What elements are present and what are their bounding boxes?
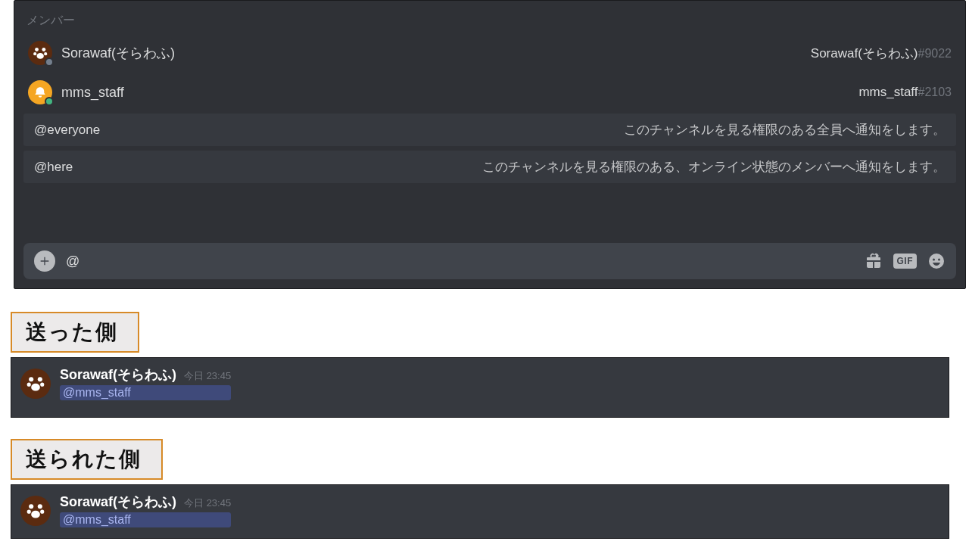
- svg-point-9: [38, 377, 42, 381]
- svg-point-5: [929, 254, 944, 269]
- message-input[interactable]: @: [66, 254, 854, 269]
- svg-point-3: [44, 52, 47, 55]
- section-header: メンバー: [14, 1, 965, 35]
- mention-here[interactable]: @here このチャンネルを見る権限のある、オンライン状態のメンバーへ通知をしま…: [23, 151, 956, 183]
- status-indicator: [45, 58, 54, 67]
- svg-point-15: [27, 510, 31, 514]
- member-tag: Sorawaf(そらわふ): [811, 45, 918, 62]
- gif-label: GIF: [893, 254, 918, 269]
- annotation-sent-side: 送った側: [11, 312, 139, 353]
- message-block: Sorawaf(そらわふ) 今日 23:45 @mms_staff: [11, 357, 949, 418]
- svg-point-13: [29, 504, 33, 509]
- message-author[interactable]: Sorawaf(そらわふ): [60, 366, 176, 384]
- add-attachment-button[interactable]: [34, 250, 55, 272]
- message-composer: @ GIF: [23, 243, 956, 279]
- paw-icon: [20, 496, 51, 526]
- svg-point-10: [27, 383, 31, 387]
- emoji-icon[interactable]: [927, 252, 946, 270]
- svg-point-0: [35, 48, 39, 51]
- member-name: mms_staff: [61, 85, 124, 101]
- svg-point-8: [29, 377, 33, 381]
- paw-icon: [20, 369, 51, 399]
- svg-point-4: [36, 53, 43, 59]
- member-row[interactable]: mms_staff mms_staff #2103: [20, 74, 959, 110]
- svg-point-1: [42, 48, 45, 51]
- svg-point-11: [40, 383, 44, 387]
- svg-point-16: [40, 510, 44, 514]
- mention-link[interactable]: @mms_staff: [60, 512, 231, 527]
- svg-point-17: [31, 511, 40, 518]
- member-discriminator: #9022: [918, 47, 952, 61]
- gift-icon[interactable]: [865, 252, 883, 270]
- mention-picker: メンバー Sorawaf(そらわふ) Sorawaf(そらわふ) #9022: [14, 0, 966, 289]
- message-timestamp: 今日 23:45: [184, 496, 231, 510]
- member-name: Sorawaf(そらわふ): [61, 44, 175, 62]
- role-label: @everyone: [34, 123, 100, 138]
- mention-link[interactable]: @mms_staff: [60, 385, 231, 400]
- role-desc: このチャンネルを見る権限のある全員へ通知をします。: [624, 121, 946, 138]
- message-author[interactable]: Sorawaf(そらわふ): [60, 493, 176, 511]
- message-block: Sorawaf(そらわふ) 今日 23:45 @mms_staff: [11, 484, 949, 539]
- role-desc: このチャンネルを見る権限のある、オンライン状態のメンバーへ通知をします。: [482, 158, 946, 176]
- svg-point-2: [33, 52, 36, 55]
- message-timestamp: 今日 23:45: [184, 369, 231, 383]
- mention-everyone[interactable]: @everyone このチャンネルを見る権限のある全員へ通知をします。: [23, 114, 956, 146]
- svg-point-14: [38, 504, 42, 509]
- svg-point-12: [31, 384, 40, 391]
- annotation-received-side: 送られた側: [11, 439, 163, 480]
- member-tag: mms_staff: [858, 85, 918, 100]
- status-indicator: [45, 97, 54, 106]
- gif-button[interactable]: GIF: [893, 254, 918, 269]
- member-row[interactable]: Sorawaf(そらわふ) Sorawaf(そらわふ) #9022: [20, 35, 959, 71]
- role-label: @here: [34, 160, 73, 175]
- svg-point-6: [933, 259, 935, 261]
- svg-point-7: [938, 259, 940, 261]
- member-discriminator: #2103: [918, 86, 952, 99]
